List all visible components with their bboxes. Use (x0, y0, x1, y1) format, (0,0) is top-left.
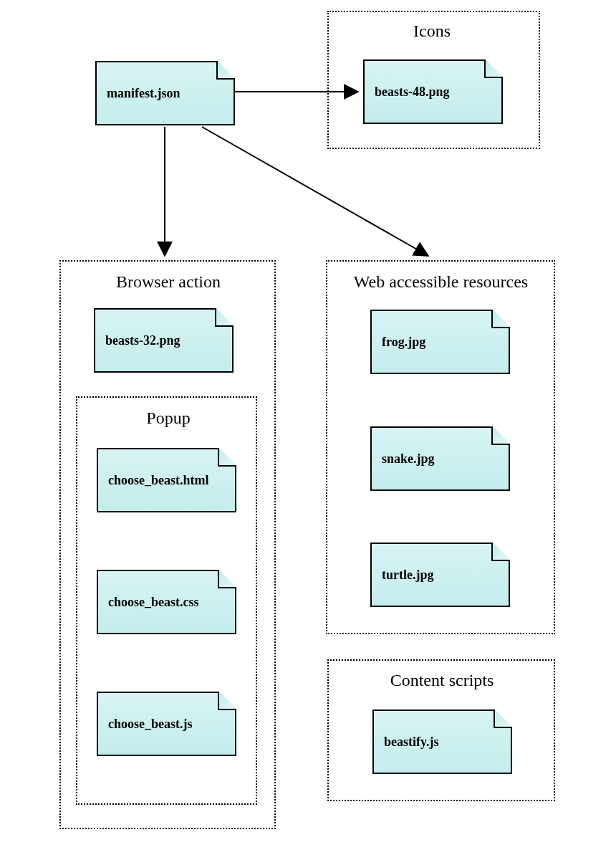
document-icon (491, 310, 510, 328)
document-icon (484, 59, 503, 78)
document-icon (491, 543, 510, 561)
file-turtle-jpg: turtle.jpg (370, 543, 510, 607)
file-label: snake.jpg (382, 452, 501, 467)
file-choose-beast-js: choose_beast.js (97, 692, 236, 756)
diagram-canvas: manifest.json Icons beasts-48.png Browse… (0, 0, 616, 860)
document-icon (218, 692, 236, 710)
file-beasts-48-png: beasts-48.png (363, 59, 503, 124)
document-icon (215, 308, 234, 327)
document-icon (494, 710, 512, 728)
file-label: beasts-48.png (375, 85, 494, 100)
document-icon (491, 426, 510, 445)
file-beasts-32-png: beasts-32.png (94, 308, 234, 373)
file-label: choose_beast.html (108, 473, 228, 488)
file-manifest-json: manifest.json (95, 61, 235, 125)
group-title-browser-action: Browser action (107, 272, 229, 292)
file-label: beastify.js (384, 735, 504, 750)
group-title-icons: Icons (400, 22, 464, 41)
file-label: choose_beast.js (108, 717, 228, 732)
file-choose-beast-css: choose_beast.css (97, 570, 236, 634)
group-title-popup: Popup (140, 408, 197, 428)
group-title-war: Web accessible resources (342, 272, 539, 292)
file-label: choose_beast.css (108, 595, 228, 610)
document-icon (216, 61, 235, 80)
group-title-content-scripts: Content scripts (385, 671, 499, 690)
file-label: frog.jpg (382, 335, 501, 350)
file-label: manifest.json (107, 86, 226, 101)
file-beastify-js: beastify.js (372, 710, 512, 774)
file-choose-beast-html: choose_beast.html (97, 448, 236, 512)
file-snake-jpg: snake.jpg (370, 426, 510, 491)
document-icon (218, 570, 236, 588)
file-label: turtle.jpg (382, 568, 501, 583)
file-frog-jpg: frog.jpg (370, 310, 510, 374)
document-icon (218, 448, 236, 467)
file-label: beasts-32.png (105, 333, 225, 348)
